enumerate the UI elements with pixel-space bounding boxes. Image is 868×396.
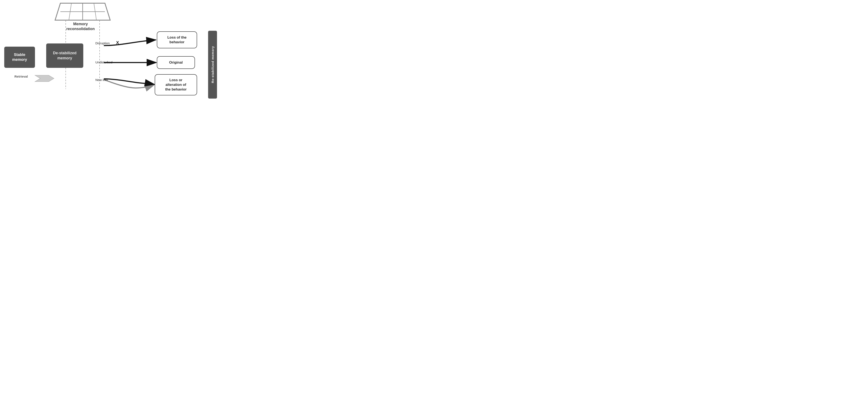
diagram-container: Memory reconsolidation Stable memory Ret… [0,0,217,99]
newinfo-label: New info [95,78,107,82]
destabilized-memory-label: De-stabilized memory [53,51,76,61]
original-label: Original [169,60,183,65]
retrieval-label: Retrieval [14,74,28,78]
restabilized-memory-label: Re-stabilized memory [211,46,214,83]
loss-alteration-label: Loss or alteration of the behavior [165,78,186,92]
disruption-label: Disruption [95,41,110,45]
loss-of-behavior-box: Loss of the behavior [157,31,197,48]
stable-memory-box: Stable memory [4,47,35,68]
svg-marker-8 [35,75,54,82]
destabilized-memory-box: De-stabilized memory [46,43,83,68]
original-box: Original [157,56,195,69]
loss-alteration-box: Loss or alteration of the behavior [155,74,197,95]
undisturbed-label: Undisturbed [95,60,113,64]
restabilized-memory-bar: Re-stabilized memory [208,31,217,98]
reconsolidation-label: Memory reconsolidation [57,22,104,32]
stable-memory-label: Stable memory [12,52,27,62]
loss-of-behavior-label: Loss of the behavior [167,35,187,44]
window-box: Memory reconsolidation [57,2,104,32]
x-mark: X [116,40,119,45]
